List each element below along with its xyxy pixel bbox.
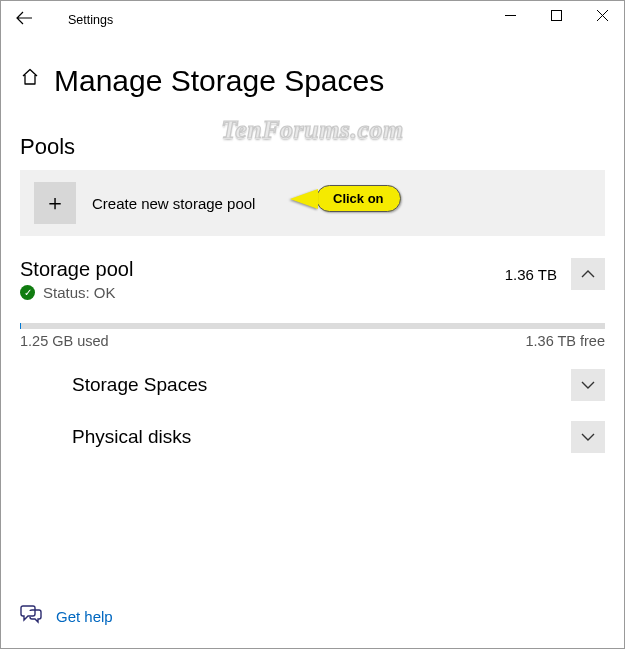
get-help-link[interactable]: Get help	[20, 604, 113, 629]
page-title: Manage Storage Spaces	[54, 64, 384, 98]
svg-rect-0	[551, 10, 561, 20]
annotation-callout: Click on	[290, 185, 401, 212]
content: Pools ＋ Create new storage pool Click on…	[0, 134, 625, 453]
collapse-pool-button[interactable]	[571, 258, 605, 290]
pool-size: 1.36 TB	[505, 266, 557, 283]
callout-tail-icon	[290, 189, 318, 209]
maximize-button[interactable]	[533, 0, 579, 30]
back-button[interactable]	[12, 8, 36, 32]
physical-disks-label: Physical disks	[72, 426, 571, 448]
pool-status: ✓ Status: OK	[20, 284, 505, 301]
expand-physical-disks-button[interactable]	[571, 421, 605, 453]
used-label: 1.25 GB used	[20, 333, 109, 349]
window-controls	[487, 0, 625, 30]
pools-heading: Pools	[20, 134, 605, 160]
callout-text: Click on	[316, 185, 401, 212]
create-new-storage-pool-button[interactable]: ＋ Create new storage pool Click on	[20, 170, 605, 236]
minimize-button[interactable]	[487, 0, 533, 30]
chevron-up-icon	[581, 269, 595, 279]
window-title: Settings	[68, 13, 113, 27]
plus-icon: ＋	[34, 182, 76, 224]
pool-name: Storage pool	[20, 258, 505, 281]
help-chat-icon	[20, 604, 42, 629]
free-label: 1.36 TB free	[525, 333, 605, 349]
chevron-down-icon	[581, 432, 595, 442]
back-arrow-icon	[16, 11, 32, 25]
page-header: Manage Storage Spaces	[0, 40, 625, 106]
usage-labels: 1.25 GB used 1.36 TB free	[20, 333, 605, 349]
home-icon[interactable]	[20, 66, 40, 96]
storage-spaces-row[interactable]: Storage Spaces	[20, 369, 605, 401]
expand-storage-spaces-button[interactable]	[571, 369, 605, 401]
close-button[interactable]	[579, 0, 625, 30]
usage-bar	[20, 323, 605, 329]
usage-fill	[20, 323, 21, 329]
storage-spaces-label: Storage Spaces	[72, 374, 571, 396]
pool-status-label: Status: OK	[43, 284, 116, 301]
storage-pool-row: Storage pool ✓ Status: OK 1.36 TB	[20, 258, 605, 301]
get-help-label: Get help	[56, 608, 113, 625]
create-pool-label: Create new storage pool	[92, 195, 255, 212]
physical-disks-row[interactable]: Physical disks	[20, 421, 605, 453]
status-ok-icon: ✓	[20, 285, 35, 300]
chevron-down-icon	[581, 380, 595, 390]
